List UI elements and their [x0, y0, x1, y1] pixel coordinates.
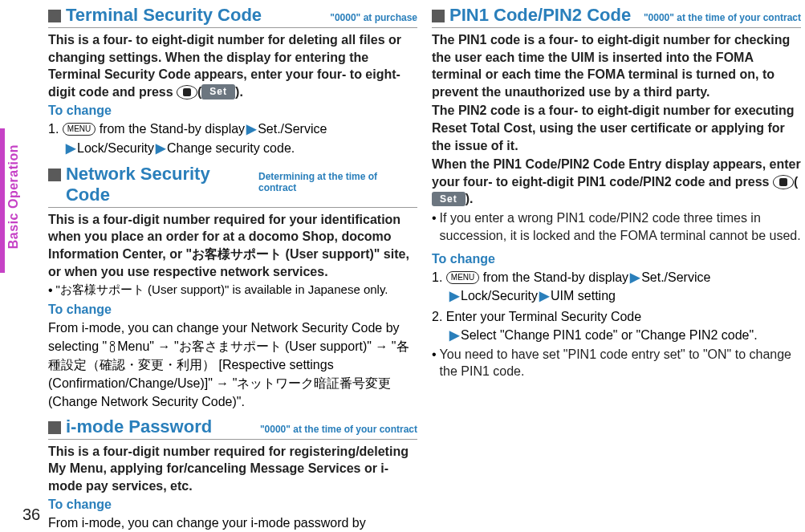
section-title: PIN1 Code/PIN2 Code [449, 5, 631, 26]
section-title: Network Security Code [66, 164, 258, 205]
section-body: This is a four-digit number required for… [48, 211, 417, 280]
i-mode-icon [108, 341, 116, 351]
square-bullet-icon [48, 421, 61, 434]
sidebar-tab: Basic Operation [0, 128, 22, 273]
to-change-label: To change [48, 303, 417, 317]
menu-key-icon: MENU [63, 123, 96, 136]
ok-button-icon [177, 85, 197, 99]
section-badge: "0000" at purchase [330, 12, 417, 23]
imode-change-instructions: From i-mode, you can change your i-mode … [48, 514, 417, 532]
pin-body-3: When the PIN1 Code/PIN2 Code Entry displ… [432, 156, 801, 208]
step-1: 1. MENU from the Stand-by display▶Set./S… [48, 120, 417, 156]
section-badge: "0000" at the time of your contract [644, 12, 801, 23]
section-header-terminal: Terminal Security Code "0000" at purchas… [48, 5, 417, 28]
section-body: This is a four-digit number required for… [48, 443, 417, 495]
pin-step-1: 1. MENU from the Stand-by display▶Set./S… [432, 268, 801, 305]
ok-button-icon [773, 175, 794, 189]
section-body: This is a four- to eight-digit number fo… [48, 31, 417, 100]
arrow-icon: ▶ [538, 289, 551, 303]
square-bullet-icon [48, 169, 61, 181]
square-bullet-icon [432, 10, 445, 22]
section-title: i-mode Password [66, 416, 212, 437]
pin-note-2: • You need to have set "PIN1 code entry … [432, 346, 801, 380]
section-header-pin: PIN1 Code/PIN2 Code "0000" at the time o… [432, 5, 801, 28]
to-change-label: To change [432, 252, 801, 266]
to-change-label: To change [48, 104, 417, 118]
to-change-label: To change [48, 497, 417, 512]
square-bullet-icon [48, 10, 61, 22]
arrow-icon: ▶ [64, 141, 77, 155]
section-header-network: Network Security Code Determining at the… [48, 164, 417, 208]
left-column: Terminal Security Code "0000" at purchas… [48, 3, 417, 532]
sidebar-stripe [0, 128, 5, 273]
section-badge: Determining at the time of contract [258, 171, 417, 193]
set-pill: Set [432, 192, 466, 206]
arrow-icon: ▶ [154, 141, 167, 155]
pin-step-2: 2. Enter your Terminal Security Code ▶Se… [432, 307, 801, 344]
pin-body-2: The PIN2 code is a four- to eight-digit … [432, 102, 801, 154]
arrow-icon: ▶ [448, 328, 461, 342]
section-badge: "0000" at the time of your contract [260, 424, 417, 435]
pin-body-1: The PIN1 code is a four- to eight-digit … [432, 31, 801, 100]
arrow-icon: ▶ [628, 270, 641, 284]
menu-key-icon: MENU [446, 271, 479, 285]
right-column: PIN1 Code/PIN2 Code "0000" at the time o… [432, 3, 801, 532]
pin-note: • If you enter a wrong PIN1 code/PIN2 co… [432, 209, 801, 244]
note-line: • "お客様サポート (User support)" is available … [48, 282, 417, 299]
section-header-imode: i-mode Password "0000" at the time of yo… [48, 416, 417, 440]
arrow-icon: ▶ [245, 122, 258, 136]
network-change-instructions: From i-mode, you can change your Network… [48, 319, 417, 412]
section-title: Terminal Security Code [66, 5, 262, 26]
arrow-icon: ▶ [448, 289, 461, 303]
set-pill: Set [201, 84, 235, 99]
content-columns: Terminal Security Code "0000" at purchas… [48, 0, 805, 532]
sidebar-label: Basic Operation [6, 144, 21, 249]
page-number: 36 [22, 506, 40, 524]
